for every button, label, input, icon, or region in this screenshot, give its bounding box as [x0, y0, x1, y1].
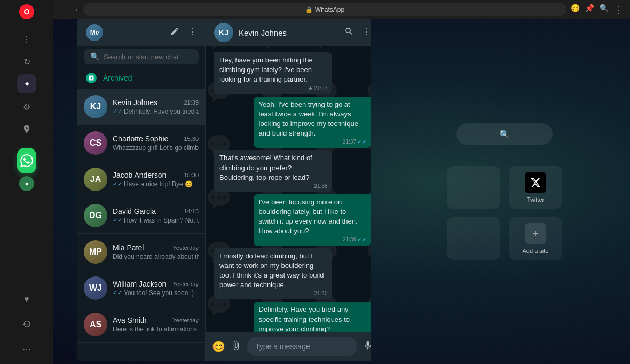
- chat-panel: KJ Kevin Johnes ⋮ Hey, have you been hit…: [206, 19, 371, 361]
- speed-dial-twitter[interactable]: Twitter: [509, 166, 562, 209]
- more-icon[interactable]: ⋮: [17, 29, 36, 49]
- heart-icon[interactable]: ♥: [17, 290, 36, 309]
- search-icon: 🔍: [90, 52, 99, 61]
- chat-header-info: Kevin Johnes: [239, 28, 339, 37]
- search-toolbar-button[interactable]: 🔍: [600, 4, 609, 15]
- chat-input-bar: 😊: [206, 332, 371, 361]
- browser-right-content: 🔍 Twitter + Add a site: [379, 19, 630, 364]
- avatar-mia: MP: [84, 240, 107, 264]
- right-search-bar[interactable]: 🔍: [456, 123, 553, 145]
- check-icon-william: ✓✓: [113, 289, 122, 296]
- history-icon[interactable]: [17, 314, 36, 334]
- chat-item-jacob[interactable]: JA Jacob Anderson 15:30 ✓✓ Have a nice t…: [77, 161, 205, 197]
- message-3: That's awesome! What kind of climbing do…: [214, 150, 332, 192]
- chat-list-header: Me ⋮: [77, 19, 205, 46]
- speed-dial-empty-1[interactable]: [447, 166, 500, 209]
- chat-info-kevin: Kevin Johnes 21:39 ✓✓ Definitely. Have y…: [113, 98, 199, 115]
- twitter-logo: [525, 172, 546, 193]
- chat-header: KJ Kevin Johnes ⋮: [206, 19, 371, 46]
- menu-chat-icon[interactable]: ⋮: [363, 27, 371, 38]
- chat-info-ava: Ava Smith Yesterday Here is the link to …: [113, 316, 199, 333]
- chat-list: KJ Kevin Johnes 21:39 ✓✓ Definitely. Hav…: [77, 89, 205, 361]
- archived-icon: [86, 73, 97, 83]
- emoji-input-icon[interactable]: 😊: [212, 340, 225, 353]
- archived-label: Archived: [103, 74, 132, 82]
- browser-toolbar: ← → 🔒 WhatsApp 😊 📌 🔍 ⋮: [53, 0, 630, 19]
- address-bar[interactable]: 🔒 WhatsApp: [83, 3, 566, 16]
- nav-buttons: ← →: [60, 5, 79, 14]
- search-right-icon: 🔍: [499, 129, 510, 139]
- chat-header-icons: ⋮: [344, 27, 371, 38]
- message-6: Definitely. Have you tried any specific …: [254, 302, 372, 332]
- attach-icon[interactable]: [231, 340, 241, 353]
- opera-sidebar: O ⋮ ↻ ✦ ⚙ ● ♥ ⋯: [0, 0, 53, 364]
- menu-icon[interactable]: ⋮: [188, 27, 196, 38]
- settings-icon[interactable]: ⚙: [17, 97, 36, 116]
- pin-button[interactable]: 📌: [585, 4, 594, 15]
- chat-item-ava[interactable]: AS Ava Smith Yesterday Here is the link …: [77, 306, 205, 343]
- archived-row[interactable]: Archived: [77, 67, 205, 89]
- avatar-kevin: KJ: [84, 95, 107, 118]
- message-2: Yeah, I've been trying to go at least tw…: [254, 97, 372, 148]
- avatar-ava: AS: [84, 313, 107, 336]
- speed-dial-grid: Twitter + Add a site: [447, 166, 562, 260]
- whatsapp-window: Me ⋮ 🔍 Archived KJ: [77, 19, 371, 361]
- avatar-jacob: JA: [84, 168, 107, 191]
- check-icon-david: ✓✓: [113, 217, 122, 224]
- chat-info-jacob: Jacob Anderson 15:30 ✓✓ Have a nice trip…: [113, 171, 199, 188]
- user-avatar[interactable]: Me: [86, 24, 103, 41]
- chat-info-mia: Mia Patel Yesterday Did you heard alread…: [113, 243, 199, 260]
- back-button[interactable]: ←: [60, 5, 67, 14]
- speed-dial-empty-2[interactable]: [447, 217, 500, 260]
- avatar-charlotte: CS: [84, 131, 107, 155]
- messages-area[interactable]: Hey, have you been hitting the climbing …: [206, 46, 371, 332]
- avatar-william: WJ: [84, 276, 107, 300]
- chat-info-david: David Garcia 14:15 ✓✓ How it was in Spai…: [113, 207, 199, 224]
- avatar-david: DG: [84, 204, 107, 227]
- more-bottom-icon[interactable]: ⋯: [17, 339, 36, 358]
- forward-button[interactable]: →: [72, 5, 79, 14]
- search-chat-icon[interactable]: [344, 27, 354, 38]
- speed-dial-add-site[interactable]: + Add a site: [509, 217, 562, 260]
- chat-item-william[interactable]: WJ William Jackson Yesterday ✓✓ You too!…: [77, 270, 205, 306]
- refresh-icon[interactable]: ↻: [17, 52, 36, 71]
- chat-list-panel: Me ⋮ 🔍 Archived KJ: [77, 19, 206, 361]
- chat-item-david[interactable]: DG David Garcia 14:15 ✓✓ How it was in S…: [77, 197, 205, 234]
- emoji-button[interactable]: 😊: [571, 4, 580, 15]
- menu-button[interactable]: ⋮: [614, 4, 624, 15]
- check-icon-jacob: ✓✓: [113, 180, 122, 187]
- toolbar-actions: 😊 📌 🔍 ⋮: [571, 4, 624, 15]
- opera-logo[interactable]: O: [19, 4, 34, 19]
- circle-icon[interactable]: ●: [17, 174, 36, 193]
- chat-info-william: William Jackson Yesterday ✓✓ You too! Se…: [113, 280, 199, 297]
- chat-header-avatar[interactable]: KJ: [214, 23, 233, 42]
- add-site-icon: +: [525, 223, 546, 244]
- microphone-icon[interactable]: [363, 340, 371, 353]
- chat-item-mia[interactable]: MP Mia Patel Yesterday Did you heard alr…: [77, 234, 205, 270]
- message-input[interactable]: [247, 337, 357, 356]
- message-5: I mostly do lead climbing, but I want to…: [214, 248, 332, 300]
- maps-icon[interactable]: [17, 120, 36, 139]
- chat-item-kevin[interactable]: KJ Kevin Johnes 21:39 ✓✓ Definitely. Hav…: [77, 89, 205, 125]
- chat-item-charlotte[interactable]: CS Charlotte Sophie 15:30 Whazzzzup girl…: [77, 125, 205, 161]
- search-bar: 🔍: [77, 46, 205, 67]
- whatsapp-sidebar-icon[interactable]: [17, 151, 36, 170]
- check-icon: ✓✓: [113, 108, 122, 115]
- message-1: Hey, have you been hitting the climbing …: [214, 52, 332, 94]
- message-4: I've been focusing more on bouldering la…: [254, 194, 372, 246]
- search-input[interactable]: [104, 53, 192, 61]
- compose-icon[interactable]: [170, 27, 179, 38]
- chat-info-charlotte: Charlotte Sophie 15:30 Whazzzzup girl! L…: [113, 134, 199, 152]
- speed-dial-icon[interactable]: ✦: [17, 74, 36, 93]
